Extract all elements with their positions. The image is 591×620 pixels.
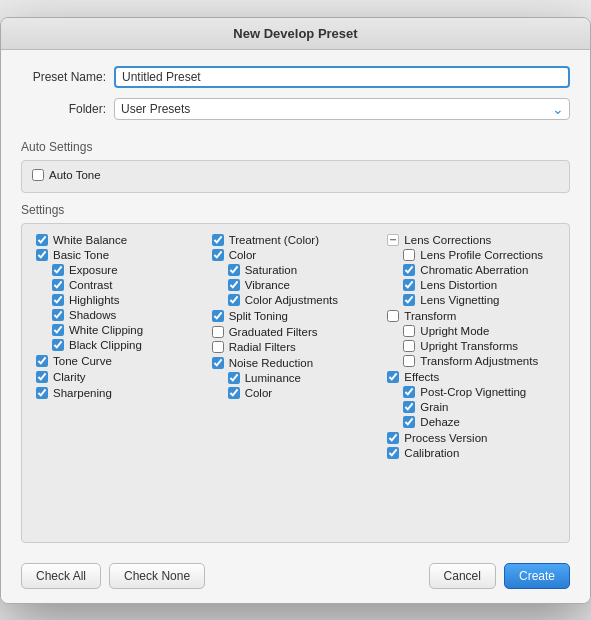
post-crop-item: Post-Crop Vignetting (387, 386, 555, 398)
noise-reduction-item: Noise Reduction (212, 357, 380, 369)
treatment-checkbox[interactable] (212, 234, 224, 246)
upright-mode-checkbox[interactable] (403, 325, 415, 337)
preset-name-input[interactable] (114, 66, 570, 88)
saturation-checkbox[interactable] (228, 264, 240, 276)
color-adjustments-checkbox[interactable] (228, 294, 240, 306)
white-balance-checkbox[interactable] (36, 234, 48, 246)
saturation-item: Saturation (212, 264, 380, 276)
dehaze-item: Dehaze (387, 416, 555, 428)
lens-vignetting-checkbox[interactable] (403, 294, 415, 306)
clarity-item: Clarity (36, 371, 204, 383)
lens-vignetting-item: Lens Vignetting (387, 294, 555, 306)
folder-select[interactable]: User Presets Default Custom (114, 98, 570, 120)
basic-tone-item: Basic Tone (36, 249, 204, 261)
upright-transforms-item: Upright Transforms (387, 340, 555, 352)
settings-box: White Balance Basic Tone Exposure Contra… (21, 223, 570, 543)
highlights-checkbox[interactable] (52, 294, 64, 306)
vibrance-label: Vibrance (245, 279, 290, 291)
calibration-checkbox[interactable] (387, 447, 399, 459)
process-version-checkbox[interactable] (387, 432, 399, 444)
transform-checkbox[interactable] (387, 310, 399, 322)
exposure-item: Exposure (36, 264, 204, 276)
basic-tone-checkbox[interactable] (36, 249, 48, 261)
lens-profile-label: Lens Profile Corrections (420, 249, 543, 261)
contrast-checkbox[interactable] (52, 279, 64, 291)
transform-item: Transform (387, 310, 555, 322)
effects-label: Effects (404, 371, 439, 383)
preset-name-label: Preset Name: (21, 70, 106, 84)
noise-reduction-checkbox[interactable] (212, 357, 224, 369)
lens-vignetting-label: Lens Vignetting (420, 294, 499, 306)
process-version-item: Process Version (387, 432, 555, 444)
clarity-checkbox[interactable] (36, 371, 48, 383)
graduated-filters-checkbox[interactable] (212, 326, 224, 338)
upright-transforms-checkbox[interactable] (403, 340, 415, 352)
settings-label: Settings (1, 203, 590, 217)
color-checkbox[interactable] (212, 249, 224, 261)
color-item: Color (212, 249, 380, 261)
check-all-button[interactable]: Check All (21, 563, 101, 589)
transform-label: Transform (404, 310, 456, 322)
auto-settings-label: Auto Settings (1, 140, 590, 154)
clarity-label: Clarity (53, 371, 86, 383)
grain-item: Grain (387, 401, 555, 413)
chromatic-aberration-checkbox[interactable] (403, 264, 415, 276)
new-develop-preset-dialog: New Develop Preset Preset Name: Folder: … (0, 17, 591, 604)
tone-curve-item: Tone Curve (36, 355, 204, 367)
tone-curve-label: Tone Curve (53, 355, 112, 367)
exposure-checkbox[interactable] (52, 264, 64, 276)
tone-curve-checkbox[interactable] (36, 355, 48, 367)
contrast-label: Contrast (69, 279, 112, 291)
lens-distortion-checkbox[interactable] (403, 279, 415, 291)
radial-filters-checkbox[interactable] (212, 341, 224, 353)
effects-item: Effects (387, 371, 555, 383)
noise-reduction-label: Noise Reduction (229, 357, 313, 369)
sharpening-checkbox[interactable] (36, 387, 48, 399)
dialog-title: New Develop Preset (1, 18, 590, 50)
folder-row: Folder: User Presets Default Custom ⌄ (21, 98, 570, 120)
split-toning-checkbox[interactable] (212, 310, 224, 322)
footer-left: Check All Check None (21, 563, 205, 589)
dehaze-label: Dehaze (420, 416, 460, 428)
highlights-label: Highlights (69, 294, 120, 306)
auto-tone-label: Auto Tone (49, 169, 101, 181)
chromatic-aberration-item: Chromatic Aberration (387, 264, 555, 276)
color-nr-label: Color (245, 387, 272, 399)
auto-tone-checkbox[interactable] (32, 169, 44, 181)
color-nr-checkbox[interactable] (228, 387, 240, 399)
create-button[interactable]: Create (504, 563, 570, 589)
lens-profile-checkbox[interactable] (403, 249, 415, 261)
folder-select-wrapper: User Presets Default Custom ⌄ (114, 98, 570, 120)
white-balance-item: White Balance (36, 234, 204, 246)
grain-checkbox[interactable] (403, 401, 415, 413)
calibration-item: Calibration (387, 447, 555, 459)
post-crop-label: Post-Crop Vignetting (420, 386, 526, 398)
radial-filters-item: Radial Filters (212, 341, 380, 353)
sharpening-label: Sharpening (53, 387, 112, 399)
sharpening-item: Sharpening (36, 387, 204, 399)
luminance-label: Luminance (245, 372, 301, 384)
settings-columns: White Balance Basic Tone Exposure Contra… (32, 234, 559, 462)
luminance-checkbox[interactable] (228, 372, 240, 384)
check-none-button[interactable]: Check None (109, 563, 205, 589)
folder-label: Folder: (21, 102, 106, 116)
black-clipping-checkbox[interactable] (52, 339, 64, 351)
effects-checkbox[interactable] (387, 371, 399, 383)
color-nr-item: Color (212, 387, 380, 399)
cancel-button[interactable]: Cancel (429, 563, 496, 589)
lens-corrections-item: Lens Corrections (387, 234, 555, 246)
shadows-checkbox[interactable] (52, 309, 64, 321)
calibration-label: Calibration (404, 447, 459, 459)
transform-adjustments-checkbox[interactable] (403, 355, 415, 367)
footer: Check All Check None Cancel Create (1, 553, 590, 603)
highlights-item: Highlights (36, 294, 204, 306)
post-crop-checkbox[interactable] (403, 386, 415, 398)
vibrance-checkbox[interactable] (228, 279, 240, 291)
footer-right: Cancel Create (429, 563, 570, 589)
dehaze-checkbox[interactable] (403, 416, 415, 428)
basic-tone-label: Basic Tone (53, 249, 109, 261)
white-clipping-label: White Clipping (69, 324, 143, 336)
upright-mode-label: Upright Mode (420, 325, 489, 337)
white-clipping-checkbox[interactable] (52, 324, 64, 336)
shadows-label: Shadows (69, 309, 116, 321)
